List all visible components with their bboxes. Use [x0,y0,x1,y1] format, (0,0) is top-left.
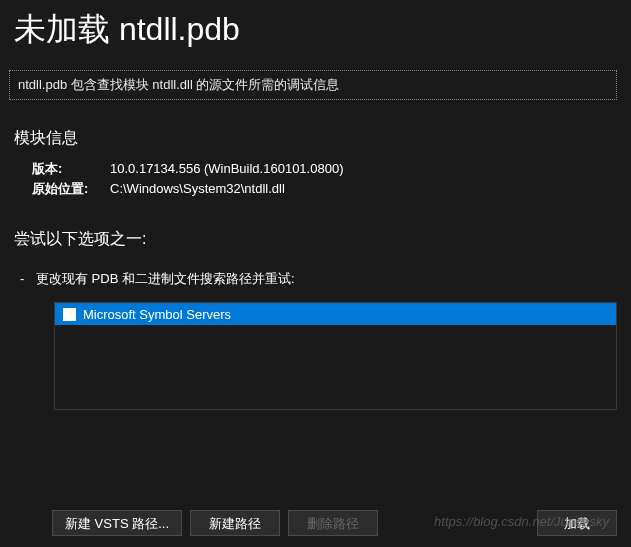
module-original-location-label: 原始位置: [32,179,110,199]
bullet-icon: - [20,271,24,286]
load-button[interactable]: 加载 [537,510,617,536]
module-version-label: 版本: [32,159,110,179]
new-path-button[interactable]: 新建路径 [190,510,280,536]
module-version-value: 10.0.17134.556 (WinBuild.160101.0800) [110,159,343,179]
options-section: 尝试以下选项之一: - 更改现有 PDB 和二进制文件搜索路径并重试: Micr… [14,229,617,410]
info-message: ntdll.pdb 包含查找模块 ntdll.dll 的源文件所需的调试信息 [9,70,617,100]
page-title: 未加载 ntdll.pdb [0,0,631,70]
module-info-table: 版本: 10.0.17134.556 (WinBuild.160101.0800… [14,159,617,199]
delete-path-button: 删除路径 [288,510,378,536]
checkbox-icon[interactable] [63,308,76,321]
module-original-location-value: C:\Windows\System32\ntdll.dll [110,179,285,199]
module-row: 版本: 10.0.17134.556 (WinBuild.160101.0800… [32,159,617,179]
button-bar: 新建 VSTS 路径... 新建路径 删除路径 加载 [52,510,617,536]
options-heading: 尝试以下选项之一: [14,229,617,250]
option-text: 更改现有 PDB 和二进制文件搜索路径并重试: [36,270,617,288]
list-item-label: Microsoft Symbol Servers [83,307,231,322]
option-item: - 更改现有 PDB 和二进制文件搜索路径并重试: Microsoft Symb… [14,270,617,410]
module-info-heading: 模块信息 [14,128,617,149]
module-row: 原始位置: C:\Windows\System32\ntdll.dll [32,179,617,199]
module-info-section: 模块信息 版本: 10.0.17134.556 (WinBuild.160101… [14,128,617,199]
new-vsts-path-button[interactable]: 新建 VSTS 路径... [52,510,182,536]
symbol-paths-listbox[interactable]: Microsoft Symbol Servers [54,302,617,410]
list-item[interactable]: Microsoft Symbol Servers [55,303,616,325]
